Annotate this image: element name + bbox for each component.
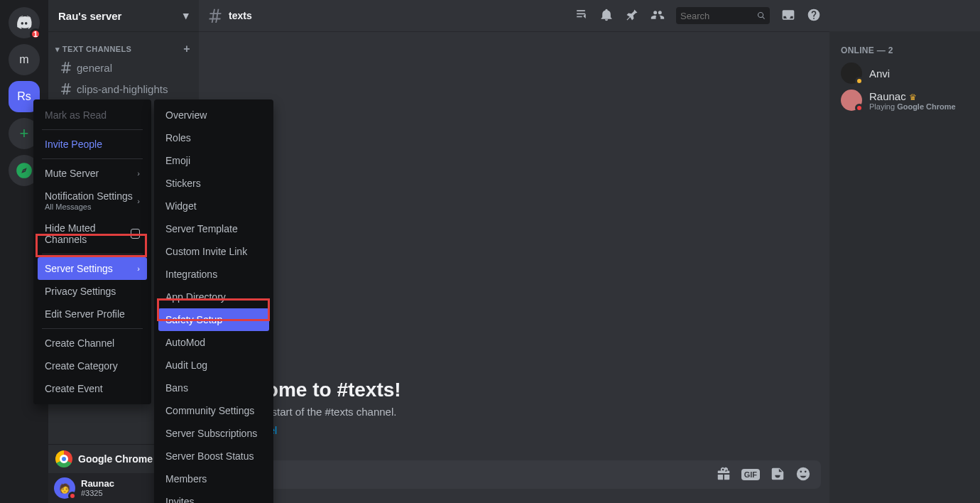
topbar-extension [829, 0, 980, 31]
ctx-privacy-settings[interactable]: Privacy Settings [38, 280, 147, 303]
ctx2-invites[interactable]: Invites [158, 490, 269, 503]
chrome-icon [55, 450, 72, 467]
ctx2-integrations[interactable]: Integrations [158, 263, 269, 286]
gif-icon[interactable]: GIF [741, 469, 760, 480]
crown-icon: ♛ [909, 92, 917, 102]
topbar-right [574, 7, 821, 24]
ctx-hide-muted[interactable]: Hide Muted Channels [38, 217, 147, 251]
server-icon-label: Rs [17, 90, 31, 103]
channel-title: texts [229, 10, 252, 21]
channel-content: Welcome to #texts! This is the start of … [199, 31, 829, 503]
search-icon [757, 11, 766, 21]
ctx2-automod[interactable]: AutoMod [158, 331, 269, 354]
ctx2-server-boost-status[interactable]: Server Boost Status [158, 445, 269, 467]
server-icon-m[interactable]: m [9, 44, 40, 75]
server-header[interactable]: Rau's server ▾ [48, 0, 199, 31]
member-list: ONLINE — 2 Anvi Raunac♛ Playing Google C… [829, 31, 980, 503]
help-icon[interactable] [807, 8, 821, 24]
checkbox-icon [131, 229, 140, 239]
notifications-icon[interactable] [599, 8, 614, 24]
ctx-create-category[interactable]: Create Category [38, 355, 147, 377]
ctx-edit-server-profile[interactable]: Edit Server Profile [38, 303, 147, 325]
ctx2-server-subscriptions[interactable]: Server Subscriptions [158, 422, 269, 445]
threads-icon[interactable] [574, 8, 588, 24]
members-section-title: ONLINE — 2 [835, 43, 974, 60]
ctx2-app-directory[interactable]: App Directory [158, 286, 269, 308]
ctx-create-event[interactable]: Create Event [38, 377, 147, 400]
avatar [841, 90, 862, 111]
member-activity: Playing Google Chrome [869, 102, 956, 111]
ctx-mute-server[interactable]: Mute Server› [38, 162, 147, 185]
ctx2-emoji[interactable]: Emoji [158, 149, 269, 172]
hash-icon [60, 82, 72, 97]
member-name: Raunac♛ [869, 90, 956, 102]
ctx-mark-as-read[interactable]: Mark as Read [38, 104, 147, 126]
ctx-notification-settings[interactable]: Notification SettingsAll Messages › [38, 185, 147, 217]
server-icon-label: m [19, 53, 28, 66]
compass-icon [15, 161, 33, 180]
status-idle-icon [855, 77, 864, 85]
status-dnd-icon [855, 104, 864, 112]
ctx-invite-people[interactable]: Invite People [38, 133, 147, 156]
sticker-icon[interactable] [770, 466, 785, 484]
hash-icon [207, 7, 223, 25]
discord-logo-icon [15, 13, 33, 32]
ctx2-server-template[interactable]: Server Template [158, 217, 269, 240]
member-raunac[interactable]: Raunac♛ Playing Google Chrome [835, 87, 974, 114]
create-channel-icon[interactable]: + [183, 43, 190, 55]
avatar [841, 63, 862, 84]
channel-clips[interactable]: clips-and-highlights [54, 78, 196, 99]
gift-icon[interactable] [716, 466, 731, 484]
search-input[interactable] [680, 11, 754, 21]
category-header[interactable]: ▾ TEXT CHANNELS + [54, 36, 196, 57]
category-label: TEXT CHANNELS [62, 45, 131, 53]
chevron-down-icon: ▾ [183, 9, 189, 22]
pinned-icon[interactable] [625, 8, 639, 24]
member-anvi[interactable]: Anvi [835, 60, 974, 87]
status-dnd-icon [68, 492, 77, 500]
ctx2-overview[interactable]: Overview [158, 104, 269, 126]
main-area: texts Welcome to #texts! This is the sta… [199, 0, 829, 503]
ctx2-bans[interactable]: Bans [158, 377, 269, 399]
topbar: texts [199, 0, 829, 31]
members-icon[interactable] [650, 8, 665, 24]
server-settings-submenu: OverviewRolesEmojiStickersWidgetServer T… [154, 99, 273, 503]
search-box[interactable] [676, 7, 770, 24]
ctx2-widget[interactable]: Widget [158, 195, 269, 217]
hash-icon [60, 60, 72, 75]
activity-label: Google Chrome [78, 453, 153, 465]
inbox-icon[interactable] [781, 8, 795, 24]
ctx2-stickers[interactable]: Stickers [158, 172, 269, 195]
ctx2-custom-invite-link[interactable]: Custom Invite Link [158, 240, 269, 263]
ctx2-audit-log[interactable]: Audit Log [158, 354, 269, 377]
discord-home-button[interactable]: 1 [9, 7, 40, 38]
ctx2-community-settings[interactable]: Community Settings [158, 399, 269, 422]
server-name: Rau's server [58, 10, 121, 22]
avatar: 🧑 [54, 477, 75, 499]
channel-label: general [77, 62, 112, 74]
ctx-server-settings[interactable]: Server Settings› [38, 257, 147, 280]
mention-badge: 1 [30, 28, 41, 40]
server-context-menu: Mark as Read Invite People Mute Server› … [33, 99, 151, 404]
ctx2-safety-setup[interactable]: Safety Setup [158, 308, 269, 331]
user-text: Raunac #3325 [81, 479, 114, 497]
ctx2-members[interactable]: Members [158, 467, 269, 490]
user-tag: #3325 [81, 489, 114, 497]
chat-input[interactable]: GIF [207, 460, 821, 489]
channel-label: clips-and-highlights [77, 83, 168, 95]
emoji-icon[interactable] [795, 466, 811, 484]
ctx-create-channel[interactable]: Create Channel [38, 332, 147, 355]
member-name: Anvi [869, 67, 890, 80]
ctx2-roles[interactable]: Roles [158, 126, 269, 149]
channel-general[interactable]: general [54, 57, 196, 78]
user-name: Raunac [81, 479, 114, 489]
